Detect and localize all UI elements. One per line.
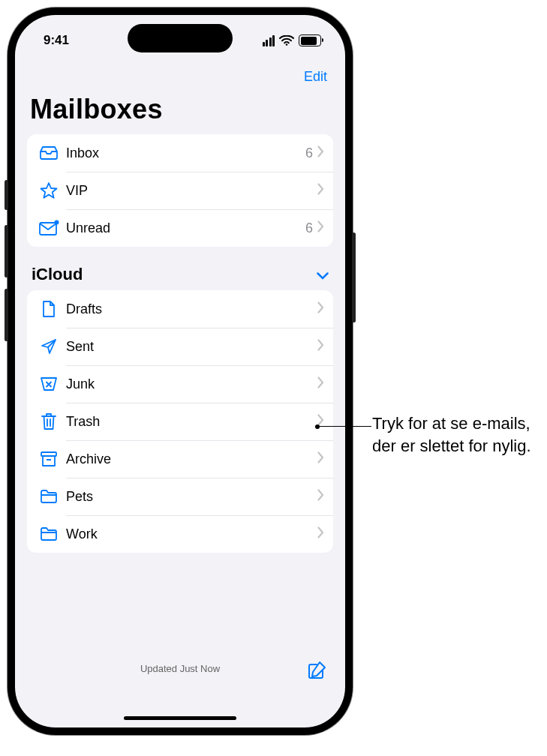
chevron-right-icon	[317, 302, 324, 316]
edit-button[interactable]: Edit	[301, 66, 330, 88]
svg-point-0	[286, 44, 288, 46]
chevron-right-icon	[317, 183, 324, 198]
mailbox-archive[interactable]: Archive	[27, 440, 333, 478]
mailbox-work[interactable]: Work	[27, 515, 333, 553]
svg-point-2	[55, 220, 59, 225]
trash-icon	[38, 412, 60, 430]
volume-up-button	[5, 225, 8, 278]
chevron-right-icon	[317, 452, 324, 466]
archive-icon	[38, 451, 60, 467]
chevron-right-icon	[317, 339, 324, 354]
section-title: iCloud	[32, 265, 83, 284]
mute-switch	[5, 180, 8, 210]
mailbox-unread[interactable]: Unread 6	[27, 209, 333, 247]
status-time: 9:41	[44, 33, 69, 48]
mailbox-label: Unread	[66, 220, 305, 236]
chevron-right-icon	[317, 489, 324, 504]
mailbox-label: Trash	[66, 414, 317, 430]
mailbox-label: VIP	[66, 183, 313, 199]
side-button	[352, 232, 356, 322]
mailbox-label: Drafts	[66, 302, 317, 317]
mailbox-label: Pets	[66, 489, 317, 505]
dynamic-island	[128, 24, 233, 52]
mailbox-label: Inbox	[66, 146, 305, 161]
home-indicator[interactable]	[124, 716, 236, 720]
mailbox-inbox[interactable]: Inbox 6	[27, 134, 333, 172]
unread-icon	[38, 220, 60, 236]
folder-icon	[38, 526, 60, 542]
volume-down-button	[5, 289, 8, 341]
mailbox-trash[interactable]: Trash	[27, 403, 333, 440]
update-status: Updated Just Now	[140, 663, 220, 674]
inbox-icon	[38, 146, 60, 160]
sent-icon	[38, 338, 60, 356]
star-icon	[38, 182, 60, 200]
folder-icon	[38, 489, 60, 504]
chevron-right-icon	[317, 376, 324, 392]
chevron-right-icon	[317, 220, 324, 236]
compose-button[interactable]	[306, 660, 327, 683]
mailbox-junk[interactable]: Junk	[27, 365, 333, 403]
chevron-down-icon	[317, 265, 329, 284]
mailbox-sent[interactable]: Sent	[27, 328, 333, 365]
section-header-icloud[interactable]: iCloud	[15, 247, 345, 290]
page-title: Mailboxes	[15, 92, 345, 134]
wifi-icon	[279, 35, 294, 46]
battery-icon	[299, 34, 321, 46]
mailbox-label: Archive	[66, 452, 317, 467]
mailbox-label: Junk	[66, 376, 317, 392]
mailbox-count: 6	[305, 146, 313, 161]
mailbox-label: Work	[66, 526, 317, 542]
mailbox-pets[interactable]: Pets	[27, 478, 333, 515]
svg-rect-3	[41, 452, 56, 456]
callout-text: Tryk for at se e-mails, der er slettet f…	[372, 412, 537, 457]
phone-frame: 9:41 Edit Mailboxes	[8, 8, 353, 735]
screen: 9:41 Edit Mailboxes	[15, 15, 345, 728]
mailbox-drafts[interactable]: Drafts	[27, 290, 333, 328]
chevron-right-icon	[317, 526, 324, 542]
primary-mailboxes: Inbox 6 VIP	[27, 134, 333, 247]
chevron-right-icon	[317, 146, 324, 160]
cellular-icon	[263, 35, 275, 46]
nav-bar: Edit	[15, 62, 345, 92]
mailbox-label: Sent	[66, 339, 317, 355]
drafts-icon	[38, 300, 60, 318]
mailbox-vip[interactable]: VIP	[27, 172, 333, 209]
icloud-mailboxes: Drafts Sent	[27, 290, 333, 553]
mailbox-count: 6	[305, 220, 313, 236]
junk-icon	[38, 376, 60, 392]
callout-leader-line	[317, 426, 371, 427]
